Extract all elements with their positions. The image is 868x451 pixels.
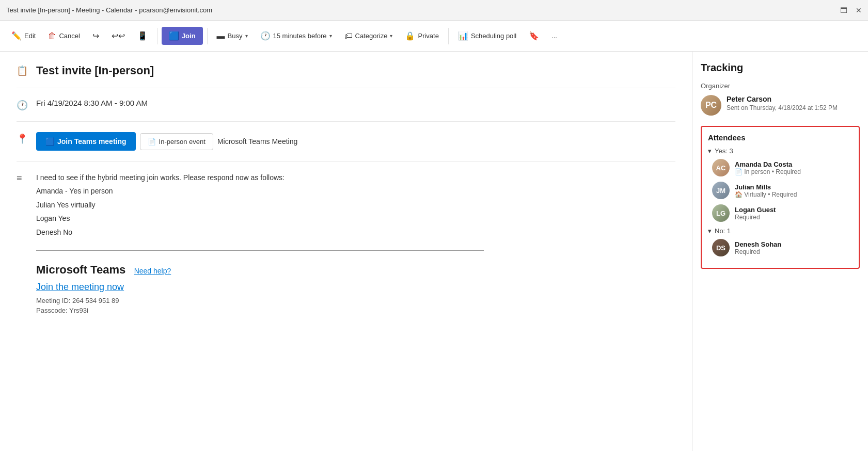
- join-meeting-link[interactable]: Join the meeting now: [36, 282, 675, 293]
- join-button[interactable]: 🟦 Join: [162, 27, 203, 45]
- join-teams-button[interactable]: 🟦 Join Teams meeting: [36, 132, 136, 151]
- reminder-button[interactable]: 🕐 15 minutes before ▾: [255, 28, 337, 44]
- scheduling-poll-button[interactable]: 📊 Scheduling poll: [453, 28, 522, 44]
- more-icon: ...: [551, 32, 557, 40]
- close-button[interactable]: ✕: [856, 6, 862, 14]
- amanda-name: Amanda Da Costa: [735, 160, 801, 168]
- cancel-icon: 🗑: [48, 31, 56, 41]
- busy-icon: ▬: [217, 31, 225, 41]
- reply-all-icon: ↩↩: [112, 31, 125, 41]
- edit-icon: ✏️: [11, 31, 22, 41]
- separator-3: [448, 28, 449, 44]
- mobile-button[interactable]: 📱: [132, 28, 153, 44]
- organizer-info: Peter Carson Sent on Thursday, 4/18/2024…: [727, 95, 838, 111]
- edit-label: Edit: [24, 32, 36, 40]
- datetime-content: Fri 4/19/2024 8:30 AM - 9:00 AM: [36, 99, 675, 108]
- attendee-item-denesh: DS Denesh Sohan Required: [708, 239, 853, 256]
- need-help-link[interactable]: Need help?: [134, 267, 171, 275]
- event-title-content: Test invite [In-person]: [36, 64, 675, 77]
- no-group-header[interactable]: ▾ No: 1: [708, 227, 853, 235]
- teams-icon-btn: 🟦: [45, 137, 54, 146]
- tracking-title: Tracking: [701, 62, 860, 74]
- reminder-chevron: ▾: [329, 33, 332, 39]
- organizer-avatar: PC: [701, 95, 721, 116]
- body-content: I need to see if the hybrid meeting join…: [36, 172, 675, 316]
- cancel-button[interactable]: 🗑 Cancel: [43, 28, 85, 44]
- cancel-label: Cancel: [59, 32, 80, 40]
- content-divider: [36, 250, 484, 251]
- body-row: ≡ I need to see if the hybrid meeting jo…: [17, 172, 675, 327]
- separator-2: [207, 28, 208, 44]
- virtual-detail-icon: 🏠: [735, 191, 743, 198]
- label-button[interactable]: 🔖: [524, 28, 544, 44]
- julian-detail: 🏠 Virtually • Required: [735, 191, 797, 198]
- toolbar: ✏️ Edit 🗑 Cancel ↪ ↩↩ 📱 🟦 Join ▬ Busy ▾ …: [0, 21, 868, 52]
- private-button[interactable]: 🔒 Private: [400, 28, 444, 44]
- attendee-info-denesh: Denesh Sohan Required: [735, 240, 781, 255]
- tag-icon: 🏷: [344, 31, 353, 41]
- join-teams-label: Join Teams meeting: [57, 137, 127, 146]
- location-row: 📍 🟦 Join Teams meeting 📄 In-person event…: [17, 132, 675, 162]
- lock-icon: 🔒: [405, 31, 415, 41]
- more-button[interactable]: ...: [546, 29, 562, 43]
- reminder-label: 15 minutes before: [273, 32, 327, 40]
- inperson-button[interactable]: 📄 In-person event: [140, 133, 213, 150]
- location-content: 🟦 Join Teams meeting 📄 In-person event M…: [36, 132, 675, 151]
- reply-all-button[interactable]: ↩↩: [106, 28, 130, 44]
- busy-chevron: ▾: [245, 33, 248, 39]
- organizer-sent: Sent on Thursday, 4/18/2024 at 1:52 PM: [727, 104, 838, 111]
- teams-section-title: Microsoft Teams: [36, 263, 125, 276]
- poll-icon: 📊: [458, 31, 468, 41]
- busy-button[interactable]: ▬ Busy ▾: [212, 28, 253, 44]
- datetime-row: 🕐 Fri 4/19/2024 8:30 AM - 9:00 AM: [17, 99, 675, 122]
- inperson-detail-icon: 📄: [735, 168, 743, 175]
- datetime-text: Fri 4/19/2024 8:30 AM - 9:00 AM: [36, 99, 148, 107]
- yes-group-header[interactable]: ▾ Yes: 3: [708, 147, 853, 155]
- attendee-avatar-denesh: DS: [712, 239, 730, 256]
- inperson-icon: 📄: [148, 138, 156, 146]
- inperson-label: In-person event: [159, 138, 206, 146]
- brush-icon: 🔖: [529, 31, 539, 41]
- attendee-avatar-julian: JM: [712, 182, 730, 199]
- main-layout: 📋 Test invite [In-person] 🕐 Fri 4/19/202…: [0, 52, 868, 451]
- teams-section: Microsoft Teams Need help? Join the meet…: [36, 263, 675, 314]
- attendee-item-amanda: AC Amanda Da Costa 📄 In person • Require…: [708, 159, 853, 176]
- amanda-initials: AC: [712, 159, 730, 176]
- body-line-3: Logan Yes: [36, 213, 675, 224]
- body-line-1: Amanda - Yes in person: [36, 185, 675, 197]
- sidebar: Tracking Organizer PC Peter Carson Sent …: [692, 52, 868, 451]
- meeting-id-row: Meeting ID: 264 534 951 89: [36, 297, 675, 304]
- passcode-row: Passcode: Yrs93i: [36, 307, 675, 314]
- denesh-initials: DS: [712, 239, 730, 256]
- location-icon: 📍: [17, 133, 29, 144]
- organizer-name: Peter Carson: [727, 95, 838, 103]
- denesh-detail: Required: [735, 248, 781, 255]
- logan-detail: Required: [735, 214, 776, 221]
- attendees-title: Attendees: [708, 133, 853, 142]
- no-group-label: No: 1: [715, 227, 731, 235]
- busy-label: Busy: [228, 32, 243, 40]
- meeting-id-label: Meeting ID:: [36, 297, 72, 304]
- forward-button[interactable]: ↪: [87, 28, 104, 44]
- location-buttons: 🟦 Join Teams meeting 📄 In-person event M…: [36, 132, 675, 151]
- clock-icon: 🕐: [17, 100, 29, 111]
- categorize-button[interactable]: 🏷 Categorize ▾: [339, 28, 398, 44]
- attendee-item-julian: JM Julian Mills 🏠 Virtually • Required: [708, 182, 853, 199]
- attendee-info-julian: Julian Mills 🏠 Virtually • Required: [735, 183, 797, 198]
- restore-button[interactable]: 🗖: [840, 6, 847, 14]
- attendee-info-amanda: Amanda Da Costa 📄 In person • Required: [735, 160, 801, 175]
- attendees-box: Attendees ▾ Yes: 3 AC Amanda Da Costa 📄 …: [701, 126, 860, 269]
- private-label: Private: [418, 32, 438, 40]
- edit-button[interactable]: ✏️ Edit: [6, 28, 41, 44]
- passcode-value: Yrs93i: [69, 307, 88, 314]
- window-controls: 🗖 ✕: [840, 6, 862, 14]
- organizer-initials: PC: [701, 95, 721, 116]
- yes-chevron-icon: ▾: [708, 147, 712, 155]
- event-title: Test invite [In-person]: [36, 64, 675, 77]
- clock-icon: 🕐: [260, 31, 271, 41]
- meeting-id-value: 264 534 951 89: [72, 297, 119, 304]
- window-title: Test invite [In-person] - Meeting - Cale…: [6, 6, 212, 14]
- attendee-info-logan: Logan Guest Required: [735, 206, 776, 221]
- categorize-label: Categorize: [355, 32, 388, 40]
- calendar-edit-icon: 📋: [17, 65, 29, 76]
